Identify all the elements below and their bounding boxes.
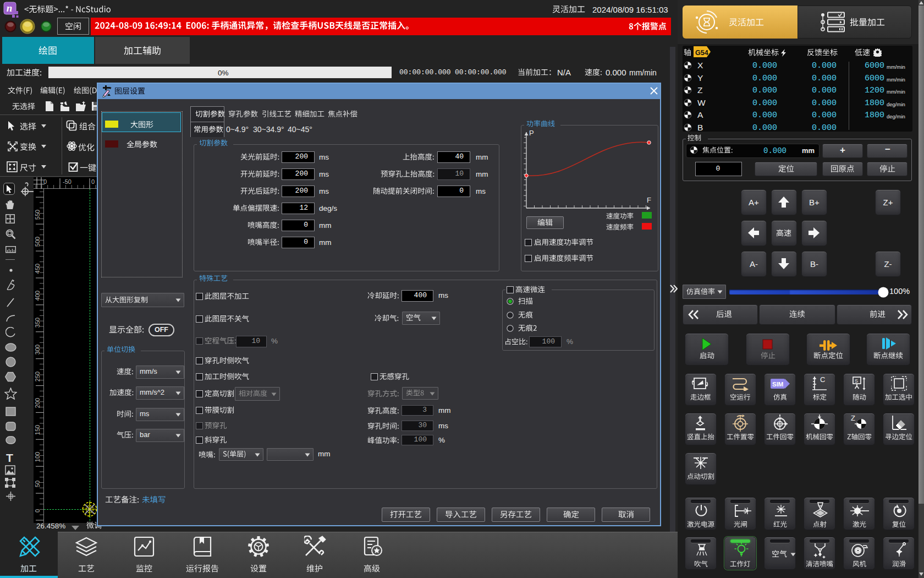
svg-text:SIM: SIM: [772, 381, 783, 388]
svg-text:C: C: [820, 375, 825, 384]
svg-text:n: n: [7, 2, 13, 14]
svg-text:S: S: [855, 378, 858, 384]
svg-text:Z: Z: [851, 414, 855, 422]
svg-text:G54: G54: [695, 49, 708, 57]
